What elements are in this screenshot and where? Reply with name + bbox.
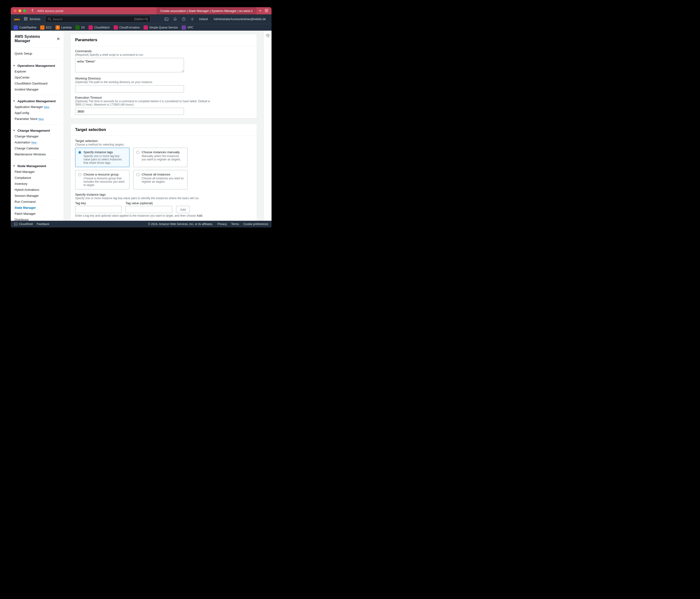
aws-logo[interactable]: aws xyxy=(12,18,22,21)
svg-point-0 xyxy=(48,18,50,20)
footer: CloudShell Feedback © 2024, Amazon Web S… xyxy=(11,221,272,227)
footer-feedback[interactable]: Feedback xyxy=(36,222,49,226)
nav-group-node[interactable]: Node Management xyxy=(11,162,64,169)
nav-run-command[interactable]: Run Command xyxy=(11,199,64,205)
nav-distributor[interactable]: Distributor xyxy=(11,217,64,221)
cloudshell-icon[interactable] xyxy=(162,17,171,21)
nav-maintenance-windows[interactable]: Maintenance Windows xyxy=(11,151,64,157)
sidebar-title: AWS Systems Manager xyxy=(15,34,57,43)
search-icon xyxy=(48,18,51,21)
parameters-panel: Parameters Commands (Required) Specify a… xyxy=(71,34,257,119)
service-shortcuts: CodePipeline EC2 λLambda S3 CloudWatch C… xyxy=(11,24,272,31)
svc-codepipeline[interactable]: CodePipeline xyxy=(12,25,38,30)
radio-input[interactable] xyxy=(78,151,81,154)
footer-terms[interactable]: Terms xyxy=(231,222,239,226)
nav-explorer[interactable]: Explorer xyxy=(11,69,64,74)
nav-incident-manager[interactable]: Incident Manager xyxy=(11,87,64,92)
nav-quick-setup[interactable]: Quick Setup xyxy=(11,50,64,57)
services-label: Services xyxy=(29,18,41,21)
target-panel: Target selection Target selection Choose… xyxy=(71,124,257,221)
menu-icon[interactable] xyxy=(265,9,268,13)
nav-patch-manager[interactable]: Patch Manager xyxy=(11,211,64,217)
tag-key-input[interactable] xyxy=(75,206,122,213)
radio-input[interactable] xyxy=(78,173,81,176)
nav-state-manager[interactable]: State Manager xyxy=(11,205,64,211)
nav-fleet-manager[interactable]: Fleet Manager xyxy=(11,169,64,175)
add-tag-button[interactable]: Add xyxy=(176,206,190,213)
tag-value-input[interactable] xyxy=(126,206,172,213)
nav-group-change[interactable]: Change Management xyxy=(11,127,64,133)
region-selector[interactable]: Ireland xyxy=(197,18,211,21)
window-controls xyxy=(11,9,29,12)
svc-lambda[interactable]: λLambda xyxy=(54,25,73,30)
nav-group-application[interactable]: Application Management xyxy=(11,97,64,104)
nav-compliance[interactable]: Compliance xyxy=(11,175,64,181)
sidebar-close[interactable]: ✕ xyxy=(57,37,60,41)
search-box[interactable]: [Option+S] xyxy=(45,16,150,23)
radio-choose-manually[interactable]: Choose instances manually Manually selec… xyxy=(133,148,188,167)
svc-ec2[interactable]: EC2 xyxy=(39,25,53,30)
nav-change-manager[interactable]: Change Manager xyxy=(11,133,64,139)
radio-input[interactable] xyxy=(136,151,140,154)
svc-s3[interactable]: S3 xyxy=(74,25,86,30)
commands-label: Commands xyxy=(75,49,252,53)
new-tab-icon[interactable]: + xyxy=(259,8,261,14)
aws-nav: aws Services [Option+S] Ireland Administ… xyxy=(11,14,272,24)
chevron-down-icon xyxy=(13,100,15,102)
nav-cloudwatch-dashboard[interactable]: CloudWatch Dashboard xyxy=(11,80,64,87)
services-menu[interactable]: Services xyxy=(22,17,43,21)
nav-parameter-store[interactable]: Parameter StoreNew xyxy=(11,116,64,122)
tab-title[interactable]: AWS access portal xyxy=(36,9,63,13)
svc-vpc[interactable]: VPC xyxy=(180,25,195,30)
footer-cookies[interactable]: Cookie preferences xyxy=(243,222,268,226)
search-input[interactable] xyxy=(53,18,134,21)
page-breadcrumb: Create association | State Manager | Sys… xyxy=(156,7,257,14)
commands-input[interactable] xyxy=(75,58,184,72)
target-sel-desc: Choose a method for selecting targets. xyxy=(75,143,252,146)
footer-cloudshell[interactable]: CloudShell xyxy=(14,222,33,226)
footer-privacy[interactable]: Privacy xyxy=(218,222,227,226)
account-menu[interactable]: AdministratorAccess/andreas@widdix.de xyxy=(211,18,270,21)
radio-resource-group[interactable]: Choose a resource group Choose a resourc… xyxy=(75,170,129,189)
nav-group-operations[interactable]: Operations Management xyxy=(11,62,64,69)
workingdir-input[interactable] xyxy=(75,85,184,92)
minimize-window[interactable] xyxy=(19,9,21,12)
nav-application-manager[interactable]: Application ManagerNew xyxy=(11,104,64,110)
browser-window: AWS access portal Create association | S… xyxy=(11,7,272,227)
maximize-window[interactable] xyxy=(23,9,26,12)
timeout-input[interactable] xyxy=(75,108,184,115)
close-window[interactable] xyxy=(14,9,17,12)
svg-point-4 xyxy=(192,19,193,20)
svc-cloudwatch[interactable]: CloudWatch xyxy=(87,25,111,30)
new-badge: New xyxy=(31,141,36,144)
tag-key-label: Tag key xyxy=(75,201,122,205)
nav-inventory[interactable]: Inventory xyxy=(11,181,64,187)
workingdir-desc: (Optional) The path to the working direc… xyxy=(75,80,252,84)
main-content: Parameters Commands (Required) Specify a… xyxy=(64,31,264,221)
tag-hint: Enter a tag key and optional value appli… xyxy=(75,214,252,217)
svc-cloudformation[interactable]: CloudFormation xyxy=(112,25,141,30)
nav-change-calendar[interactable]: Change Calendar xyxy=(11,145,64,151)
radio-all-instances[interactable]: Choose all instances Choose all instance… xyxy=(133,170,188,189)
nav-session-manager[interactable]: Session Manager xyxy=(11,193,64,199)
nav-automation[interactable]: AutomationNew xyxy=(11,139,64,145)
svg-rect-5 xyxy=(14,223,17,225)
commands-desc: (Required) Specify a shell script or a c… xyxy=(75,53,252,56)
notifications-icon[interactable] xyxy=(171,17,179,21)
radio-input[interactable] xyxy=(136,173,140,176)
settings-icon[interactable] xyxy=(188,17,197,21)
chevron-down-icon xyxy=(13,65,15,66)
help-icon[interactable] xyxy=(179,17,188,21)
chevron-down-icon xyxy=(13,165,15,167)
nav-appconfig[interactable]: AppConfig xyxy=(11,110,64,116)
new-badge: New xyxy=(38,118,44,121)
nav-opscenter[interactable]: OpsCenter xyxy=(11,74,64,80)
target-heading: Target selection xyxy=(71,124,257,136)
target-sel-label: Target selection xyxy=(75,139,252,143)
radio-specify-tags[interactable]: Specify instance tags Specify one or mor… xyxy=(75,148,129,167)
svc-sqs[interactable]: Simple Queue Service xyxy=(142,25,179,30)
history-icon[interactable] xyxy=(266,33,270,221)
new-badge: New xyxy=(44,105,49,109)
back-button[interactable] xyxy=(29,8,36,13)
nav-hybrid-activations[interactable]: Hybrid Activations xyxy=(11,187,64,193)
